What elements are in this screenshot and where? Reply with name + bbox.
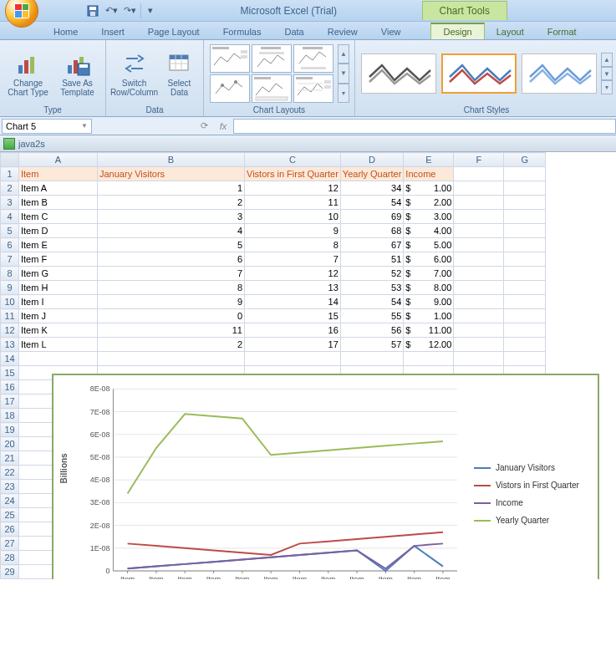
cell[interactable] [98, 352, 245, 366]
tab-formulas[interactable]: Formulas [211, 24, 273, 39]
row-header[interactable]: 19 [1, 423, 19, 437]
tab-review[interactable]: Review [316, 24, 369, 39]
cell[interactable]: 3 [98, 210, 245, 224]
tab-page-layout[interactable]: Page Layout [136, 24, 211, 39]
cell[interactable] [504, 267, 546, 281]
tab-design[interactable]: Design [430, 23, 484, 39]
header-cell[interactable]: Income [404, 167, 454, 181]
cell[interactable]: Item H [19, 281, 98, 295]
cell[interactable]: $1.00 [404, 309, 454, 323]
cell[interactable] [19, 352, 98, 366]
row-header[interactable]: 26 [1, 522, 19, 537]
cell[interactable] [504, 352, 546, 366]
cell[interactable]: Item F [19, 252, 98, 267]
chart-object[interactable]: Billions 01E-082E-083E-084E-085E-086E-08… [52, 374, 599, 579]
cell[interactable] [454, 252, 504, 267]
cell[interactable]: 68 [340, 224, 404, 238]
tab-layout[interactable]: Layout [485, 24, 536, 39]
name-box[interactable]: Chart 5▼ [2, 119, 92, 134]
header-cell[interactable]: Vistors in First Quarter [245, 167, 341, 181]
cell[interactable] [504, 338, 546, 352]
cell[interactable]: 55 [340, 309, 404, 323]
column-header[interactable]: G [504, 153, 546, 167]
cell[interactable]: Item B [19, 196, 98, 210]
cell[interactable] [504, 210, 546, 224]
column-header[interactable]: D [340, 153, 404, 167]
style-thumb-1[interactable] [361, 53, 436, 94]
cell[interactable]: Item J [19, 309, 98, 323]
cell[interactable] [245, 352, 341, 366]
redo-icon[interactable]: ↷▾ [122, 3, 137, 18]
row-header[interactable]: 16 [1, 380, 19, 395]
switch-row-column-button[interactable]: Switch Row/Column [111, 44, 157, 103]
cell[interactable]: 14 [245, 295, 341, 309]
row-header[interactable]: 1 [1, 167, 19, 181]
cell[interactable]: 15 [245, 309, 341, 323]
cell[interactable]: 2 [98, 196, 245, 210]
cell[interactable] [454, 352, 504, 366]
cell[interactable]: 10 [245, 210, 341, 224]
styles-scroll[interactable]: ▲▼▾ [601, 53, 613, 94]
cell[interactable]: 2 [98, 338, 245, 352]
cell[interactable]: 6 [98, 252, 245, 267]
cell[interactable]: Item A [19, 181, 98, 196]
cell[interactable] [454, 323, 504, 338]
cell[interactable] [504, 224, 546, 238]
cell[interactable]: 7 [245, 252, 341, 267]
row-header[interactable]: 3 [1, 196, 19, 210]
cell[interactable] [504, 167, 546, 181]
cell[interactable]: 12 [245, 267, 341, 281]
worksheet[interactable]: ABCDEFG1ItemJanuary VisitorsVistors in F… [0, 152, 616, 579]
row-header[interactable]: 25 [1, 508, 19, 522]
save-icon[interactable] [85, 3, 100, 18]
cell[interactable]: 67 [340, 238, 404, 252]
style-thumb-3[interactable] [522, 53, 597, 94]
cell[interactable]: Item K [19, 323, 98, 338]
cell[interactable]: 11 [98, 323, 245, 338]
qat-customize-icon[interactable]: ▾ [140, 3, 155, 18]
cell[interactable]: 13 [245, 281, 341, 295]
row-header[interactable]: 12 [1, 323, 19, 338]
layout-thumb-5[interactable] [252, 74, 292, 103]
cell[interactable] [454, 281, 504, 295]
cell[interactable] [454, 181, 504, 196]
cell[interactable] [504, 295, 546, 309]
cell[interactable]: $6.00 [404, 252, 454, 267]
cell[interactable]: 0 [98, 309, 245, 323]
row-header[interactable]: 20 [1, 437, 19, 451]
header-cell[interactable]: Yearly Quarter [340, 167, 404, 181]
cell[interactable] [504, 181, 546, 196]
fx-icon[interactable]: fx [215, 119, 232, 134]
cell[interactable]: 51 [340, 252, 404, 267]
select-data-button[interactable]: Select Data [160, 44, 198, 103]
cancel-icon[interactable]: ⟳ [194, 119, 214, 134]
cell[interactable]: $3.00 [404, 210, 454, 224]
row-header[interactable]: 8 [1, 267, 19, 281]
cell[interactable]: 12 [245, 181, 341, 196]
row-header[interactable]: 29 [1, 565, 19, 579]
cell[interactable]: 56 [340, 323, 404, 338]
cell[interactable]: 52 [340, 267, 404, 281]
cell[interactable]: Item E [19, 238, 98, 252]
cell[interactable]: 9 [98, 295, 245, 309]
row-header[interactable]: 4 [1, 210, 19, 224]
row-header[interactable]: 14 [1, 352, 19, 366]
column-header[interactable]: C [245, 153, 341, 167]
row-header[interactable]: 24 [1, 494, 19, 508]
row-header[interactable]: 9 [1, 281, 19, 295]
cell[interactable] [454, 238, 504, 252]
tab-home[interactable]: Home [42, 24, 89, 39]
header-cell[interactable]: January Visitors [98, 167, 245, 181]
cell[interactable]: $1.00 [404, 181, 454, 196]
cell[interactable]: 54 [340, 295, 404, 309]
cell[interactable] [454, 167, 504, 181]
row-header[interactable]: 7 [1, 252, 19, 267]
cell[interactable]: 7 [98, 267, 245, 281]
style-thumb-2[interactable] [441, 53, 517, 94]
tab-insert[interactable]: Insert [89, 24, 136, 39]
cell[interactable]: $9.00 [404, 295, 454, 309]
cell[interactable]: 54 [340, 196, 404, 210]
layout-thumb-3[interactable] [293, 44, 333, 73]
cell[interactable]: 5 [98, 238, 245, 252]
cell[interactable]: $2.00 [404, 196, 454, 210]
